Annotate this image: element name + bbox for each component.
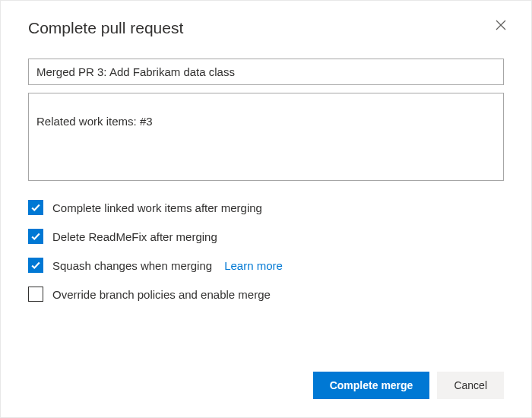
option-label[interactable]: Delete ReadMeFix after merging <box>52 230 217 243</box>
dialog-title: Complete pull request <box>28 19 183 37</box>
checkbox-delete-branch[interactable] <box>28 229 43 244</box>
option-label[interactable]: Squash changes when merging <box>52 259 212 272</box>
close-icon <box>495 22 507 33</box>
option-complete-linked-work-items: Complete linked work items after merging <box>28 200 504 215</box>
dialog-header: Complete pull request <box>28 19 504 37</box>
option-squash-changes: Squash changes when merging Learn more <box>28 258 504 273</box>
option-label[interactable]: Complete linked work items after merging <box>52 201 262 214</box>
complete-pull-request-dialog: Complete pull request Complete linked wo… <box>0 0 532 418</box>
option-delete-branch: Delete ReadMeFix after merging <box>28 229 504 244</box>
checkbox-override-branch-policies[interactable] <box>28 287 43 302</box>
close-button[interactable] <box>492 16 510 34</box>
merge-options: Complete linked work items after merging… <box>28 200 504 302</box>
cancel-button[interactable]: Cancel <box>437 372 504 399</box>
checkbox-complete-linked-work-items[interactable] <box>28 200 43 215</box>
dialog-footer: Complete merge Cancel <box>313 372 504 399</box>
merge-commit-title-input[interactable] <box>28 59 504 85</box>
checkbox-squash-changes[interactable] <box>28 258 43 273</box>
checkmark-icon <box>30 202 41 213</box>
complete-merge-button[interactable]: Complete merge <box>313 372 430 399</box>
checkmark-icon <box>30 260 41 271</box>
checkmark-icon <box>30 231 41 242</box>
squash-learn-more-link[interactable]: Learn more <box>224 259 283 272</box>
merge-commit-description-textarea[interactable] <box>28 93 504 181</box>
option-label[interactable]: Override branch policies and enable merg… <box>52 288 271 301</box>
option-override-branch-policies: Override branch policies and enable merg… <box>28 287 504 302</box>
